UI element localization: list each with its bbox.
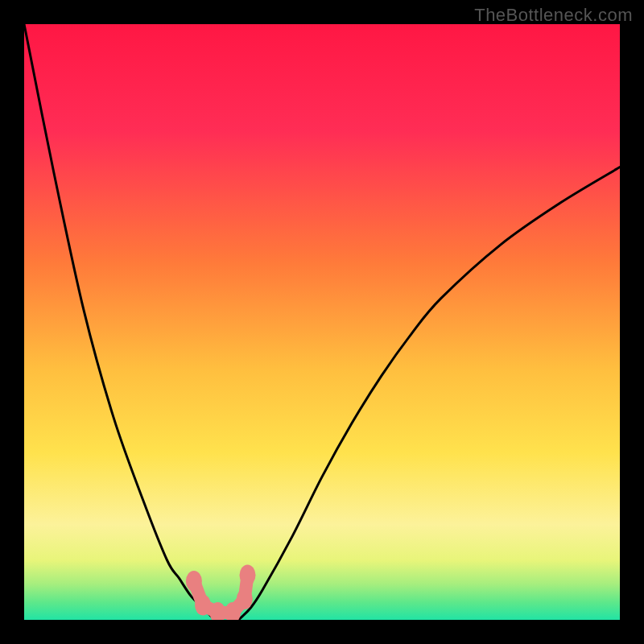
bottleneck-chart <box>24 24 620 620</box>
marker-p1 <box>186 571 202 592</box>
marker-p5 <box>237 588 253 609</box>
marker-p6 <box>240 565 256 586</box>
gradient-bg <box>24 24 620 620</box>
chart-frame: TheBottleneck.com <box>0 0 644 644</box>
marker-p2 <box>195 595 211 616</box>
watermark-text: TheBottleneck.com <box>474 5 633 26</box>
